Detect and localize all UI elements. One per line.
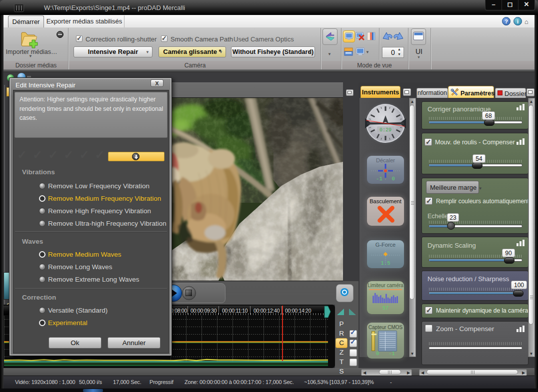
svg-text:0:29: 0:29 (380, 127, 392, 133)
